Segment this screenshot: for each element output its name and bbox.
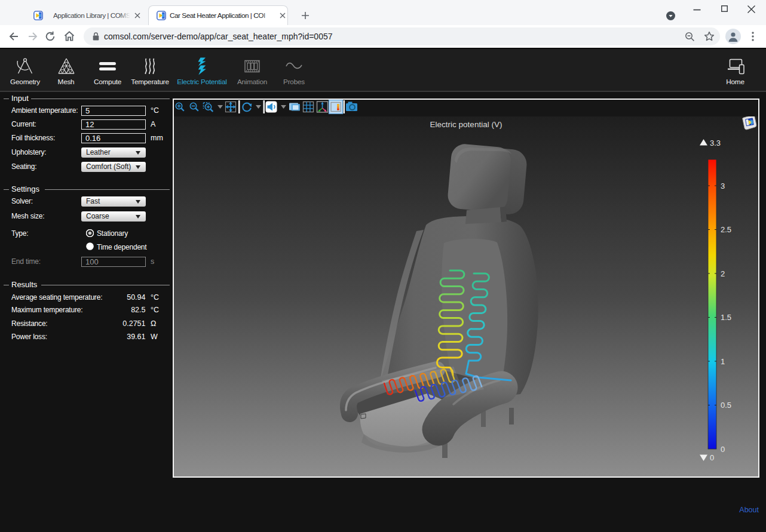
svg-text:3.3: 3.3	[710, 139, 721, 147]
svg-text:1: 1	[721, 357, 725, 366]
svg-text:0: 0	[710, 453, 714, 462]
svg-text:0: 0	[721, 445, 725, 454]
svg-text:2: 2	[721, 269, 725, 278]
svg-text:3: 3	[721, 182, 725, 190]
svg-text:1.5: 1.5	[721, 313, 731, 322]
svg-text:0.5: 0.5	[721, 401, 731, 410]
svg-text:2.5: 2.5	[721, 225, 731, 234]
svg-text:Electric potential (V): Electric potential (V)	[430, 120, 503, 129]
